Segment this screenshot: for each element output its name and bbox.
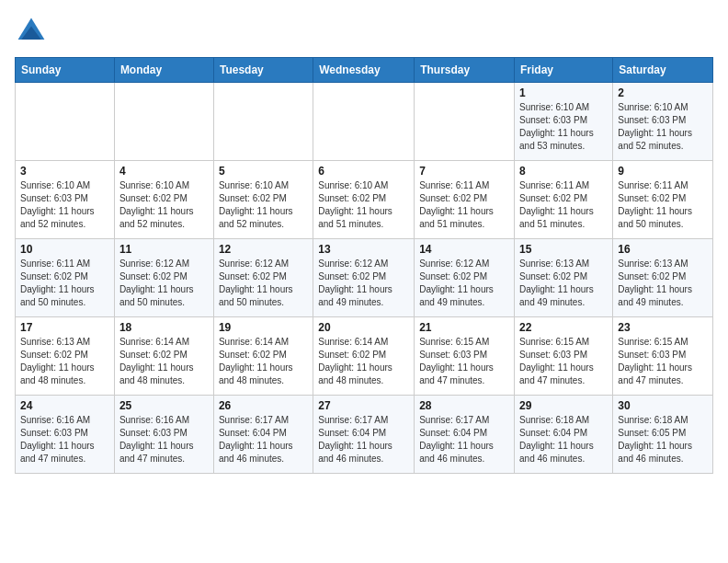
- day-cell: 20Sunrise: 6:14 AM Sunset: 6:02 PM Dayli…: [313, 317, 415, 396]
- day-number: 22: [519, 321, 608, 334]
- week-row-1: 3Sunrise: 6:10 AM Sunset: 6:03 PM Daylig…: [16, 161, 713, 239]
- day-number: 5: [219, 165, 308, 178]
- day-info: Sunrise: 6:14 AM Sunset: 6:02 PM Dayligh…: [119, 336, 209, 387]
- day-info: Sunrise: 6:12 AM Sunset: 6:02 PM Dayligh…: [318, 258, 409, 309]
- day-cell: 17Sunrise: 6:13 AM Sunset: 6:02 PM Dayli…: [16, 317, 115, 396]
- day-info: Sunrise: 6:13 AM Sunset: 6:02 PM Dayligh…: [618, 258, 708, 309]
- day-cell: 23Sunrise: 6:15 AM Sunset: 6:03 PM Dayli…: [613, 317, 713, 396]
- day-info: Sunrise: 6:16 AM Sunset: 6:03 PM Dayligh…: [20, 414, 109, 465]
- day-info: Sunrise: 6:11 AM Sunset: 6:02 PM Dayligh…: [20, 258, 109, 309]
- weekday-monday: Monday: [114, 58, 213, 83]
- day-number: 1: [519, 86, 608, 99]
- day-number: 8: [519, 165, 608, 178]
- day-cell: 1Sunrise: 6:10 AM Sunset: 6:03 PM Daylig…: [515, 83, 613, 161]
- day-info: Sunrise: 6:15 AM Sunset: 6:03 PM Dayligh…: [419, 336, 509, 387]
- day-cell: 6Sunrise: 6:10 AM Sunset: 6:02 PM Daylig…: [313, 161, 415, 239]
- day-info: Sunrise: 6:18 AM Sunset: 6:04 PM Dayligh…: [519, 414, 608, 465]
- weekday-saturday: Saturday: [613, 58, 713, 83]
- day-info: Sunrise: 6:16 AM Sunset: 6:03 PM Dayligh…: [119, 414, 209, 465]
- day-cell: 5Sunrise: 6:10 AM Sunset: 6:02 PM Daylig…: [213, 161, 313, 239]
- day-cell: 11Sunrise: 6:12 AM Sunset: 6:02 PM Dayli…: [114, 239, 213, 317]
- day-number: 30: [618, 399, 708, 412]
- day-cell: 30Sunrise: 6:18 AM Sunset: 6:05 PM Dayli…: [613, 396, 713, 474]
- day-info: Sunrise: 6:17 AM Sunset: 6:04 PM Dayligh…: [318, 414, 409, 465]
- day-number: 18: [119, 321, 209, 334]
- weekday-thursday: Thursday: [415, 58, 515, 83]
- day-cell: 13Sunrise: 6:12 AM Sunset: 6:02 PM Dayli…: [313, 239, 415, 317]
- day-cell: 29Sunrise: 6:18 AM Sunset: 6:04 PM Dayli…: [515, 396, 613, 474]
- day-cell: 2Sunrise: 6:10 AM Sunset: 6:03 PM Daylig…: [613, 83, 713, 161]
- day-info: Sunrise: 6:10 AM Sunset: 6:02 PM Dayligh…: [219, 179, 308, 231]
- day-info: Sunrise: 6:10 AM Sunset: 6:03 PM Dayligh…: [20, 179, 109, 231]
- day-info: Sunrise: 6:10 AM Sunset: 6:03 PM Dayligh…: [618, 101, 708, 153]
- day-cell: 9Sunrise: 6:11 AM Sunset: 6:02 PM Daylig…: [613, 161, 713, 239]
- day-info: Sunrise: 6:14 AM Sunset: 6:02 PM Dayligh…: [318, 336, 409, 387]
- week-row-2: 10Sunrise: 6:11 AM Sunset: 6:02 PM Dayli…: [16, 239, 713, 317]
- day-info: Sunrise: 6:13 AM Sunset: 6:02 PM Dayligh…: [20, 336, 109, 387]
- day-number: 16: [618, 243, 708, 256]
- day-cell: 16Sunrise: 6:13 AM Sunset: 6:02 PM Dayli…: [613, 239, 713, 317]
- weekday-friday: Friday: [515, 58, 613, 83]
- day-number: 2: [618, 86, 708, 99]
- day-number: 28: [419, 399, 509, 412]
- day-info: Sunrise: 6:17 AM Sunset: 6:04 PM Dayligh…: [219, 414, 308, 465]
- day-info: Sunrise: 6:11 AM Sunset: 6:02 PM Dayligh…: [419, 179, 509, 231]
- day-info: Sunrise: 6:10 AM Sunset: 6:02 PM Dayligh…: [119, 179, 209, 231]
- header: [15, 15, 713, 48]
- day-cell: 14Sunrise: 6:12 AM Sunset: 6:02 PM Dayli…: [415, 239, 515, 317]
- day-cell: 26Sunrise: 6:17 AM Sunset: 6:04 PM Dayli…: [213, 396, 313, 474]
- day-number: 19: [219, 321, 308, 334]
- week-row-4: 24Sunrise: 6:16 AM Sunset: 6:03 PM Dayli…: [16, 396, 713, 474]
- weekday-tuesday: Tuesday: [213, 58, 313, 83]
- day-number: 25: [119, 399, 209, 412]
- day-number: 17: [20, 321, 109, 334]
- day-cell: 18Sunrise: 6:14 AM Sunset: 6:02 PM Dayli…: [114, 317, 213, 396]
- day-number: 23: [618, 321, 708, 334]
- day-number: 3: [20, 165, 109, 178]
- day-number: 26: [219, 399, 308, 412]
- day-cell: 10Sunrise: 6:11 AM Sunset: 6:02 PM Dayli…: [16, 239, 115, 317]
- page: SundayMondayTuesdayWednesdayThursdayFrid…: [0, 0, 728, 563]
- day-cell: 27Sunrise: 6:17 AM Sunset: 6:04 PM Dayli…: [313, 396, 415, 474]
- day-info: Sunrise: 6:15 AM Sunset: 6:03 PM Dayligh…: [519, 336, 608, 387]
- day-info: Sunrise: 6:12 AM Sunset: 6:02 PM Dayligh…: [219, 258, 308, 309]
- day-info: Sunrise: 6:12 AM Sunset: 6:02 PM Dayligh…: [419, 258, 509, 309]
- day-info: Sunrise: 6:10 AM Sunset: 6:03 PM Dayligh…: [519, 101, 608, 153]
- day-cell: 15Sunrise: 6:13 AM Sunset: 6:02 PM Dayli…: [515, 239, 613, 317]
- day-info: Sunrise: 6:18 AM Sunset: 6:05 PM Dayligh…: [618, 414, 708, 465]
- week-row-3: 17Sunrise: 6:13 AM Sunset: 6:02 PM Dayli…: [16, 317, 713, 396]
- day-info: Sunrise: 6:15 AM Sunset: 6:03 PM Dayligh…: [618, 336, 708, 387]
- day-number: 11: [119, 243, 209, 256]
- day-number: 10: [20, 243, 109, 256]
- day-number: 4: [119, 165, 209, 178]
- day-info: Sunrise: 6:11 AM Sunset: 6:02 PM Dayligh…: [519, 179, 608, 231]
- logo: [15, 15, 51, 48]
- day-cell: 4Sunrise: 6:10 AM Sunset: 6:02 PM Daylig…: [114, 161, 213, 239]
- day-info: Sunrise: 6:14 AM Sunset: 6:02 PM Dayligh…: [219, 336, 308, 387]
- day-info: Sunrise: 6:13 AM Sunset: 6:02 PM Dayligh…: [519, 258, 608, 309]
- logo-icon: [15, 15, 48, 48]
- day-cell: 7Sunrise: 6:11 AM Sunset: 6:02 PM Daylig…: [415, 161, 515, 239]
- day-number: 9: [618, 165, 708, 178]
- day-cell: 22Sunrise: 6:15 AM Sunset: 6:03 PM Dayli…: [515, 317, 613, 396]
- day-cell: 19Sunrise: 6:14 AM Sunset: 6:02 PM Dayli…: [213, 317, 313, 396]
- day-number: 15: [519, 243, 608, 256]
- day-number: 29: [519, 399, 608, 412]
- calendar-header: SundayMondayTuesdayWednesdayThursdayFrid…: [16, 58, 713, 83]
- day-number: 14: [419, 243, 509, 256]
- weekday-sunday: Sunday: [16, 58, 115, 83]
- day-cell: 12Sunrise: 6:12 AM Sunset: 6:02 PM Dayli…: [213, 239, 313, 317]
- day-number: 13: [318, 243, 409, 256]
- day-info: Sunrise: 6:17 AM Sunset: 6:04 PM Dayligh…: [419, 414, 509, 465]
- day-cell: [313, 83, 415, 161]
- day-number: 27: [318, 399, 409, 412]
- day-cell: 8Sunrise: 6:11 AM Sunset: 6:02 PM Daylig…: [515, 161, 613, 239]
- day-number: 7: [419, 165, 509, 178]
- day-cell: [415, 83, 515, 161]
- day-info: Sunrise: 6:10 AM Sunset: 6:02 PM Dayligh…: [318, 179, 409, 231]
- day-number: 24: [20, 399, 109, 412]
- weekday-wednesday: Wednesday: [313, 58, 415, 83]
- weekday-row: SundayMondayTuesdayWednesdayThursdayFrid…: [16, 58, 713, 83]
- day-cell: 28Sunrise: 6:17 AM Sunset: 6:04 PM Dayli…: [415, 396, 515, 474]
- day-cell: [213, 83, 313, 161]
